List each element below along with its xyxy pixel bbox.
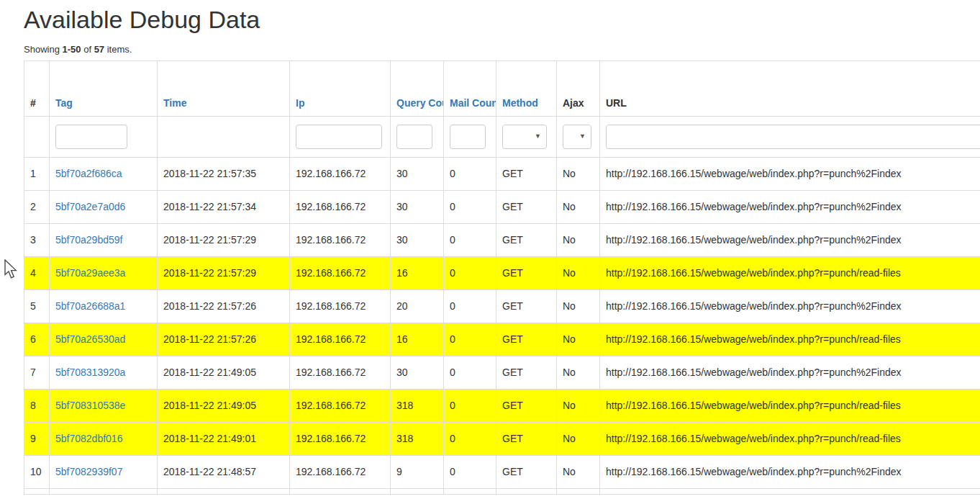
cell-ip: 192.168.166.72 [290,456,391,489]
cell-ip: 192.168.166.72 [290,356,391,390]
column-header-query-count: Query Count [391,61,444,117]
tag-link[interactable]: 5bf708313920a [55,367,125,378]
sort-link-time[interactable]: Time [163,96,186,110]
tag-link[interactable]: 5bf70a29bd59f [55,234,122,246]
summary-of: of [83,44,91,55]
cell-index: 1 [24,158,50,191]
debug-data-page: Available Debug Data Showing 1-50 of 57 … [0,0,980,499]
tag-link[interactable]: 5bf70a2f686ca [55,168,122,179]
cell-query-count: 16 [391,257,444,290]
table-row[interactable]: 4 5bf70a29aee3a 2018-11-22 21:57:29 192.… [24,257,980,290]
partial-next-row [24,489,980,495]
cell-query-count: 30 [391,356,444,390]
cell-mail-count: 0 [444,423,496,456]
column-header-ajax: Ajax [557,61,600,117]
cell-method: GET [496,456,557,489]
query-count-filter-input[interactable] [396,125,432,149]
tag-link[interactable]: 5bf70a26688a1 [55,300,125,312]
sort-link-tag[interactable]: Tag [55,96,73,110]
table-row[interactable]: 10 5bf7082939f07 2018-11-22 21:48:57 192… [24,456,980,489]
cell-ajax: No [557,390,600,423]
cell-mail-count: 0 [444,390,496,423]
mail-count-filter-input[interactable] [450,125,486,149]
cell-ip: 192.168.166.72 [290,158,391,191]
cell-tag: 5bf708313920a [50,356,158,390]
cell-ip: 192.168.166.72 [290,390,391,423]
sort-link-method[interactable]: Method [502,96,538,110]
page-title: Available Debug Data [24,6,980,34]
table-row[interactable]: 6 5bf70a26530ad 2018-11-22 21:57:26 192.… [24,323,980,356]
cell-time: 2018-11-22 21:57:29 [158,257,290,290]
filter-cell-time [158,117,290,158]
cell-url: http://192.168.166.15/webwage/web/index.… [600,390,980,423]
column-header-method: Method [496,61,557,117]
table-row[interactable]: 3 5bf70a29bd59f 2018-11-22 21:57:29 192.… [24,224,980,257]
cell-ip: 192.168.166.72 [290,323,391,356]
cell-mail-count: 0 [444,356,496,390]
ip-filter-input[interactable] [296,125,382,149]
tag-link[interactable]: 5bf70a26530ad [55,333,125,345]
cell-ip: 192.168.166.72 [290,224,391,257]
cell-method: GET [496,290,557,323]
tag-filter-input[interactable] [55,125,127,149]
cell-method: GET [496,423,557,456]
tag-link[interactable]: 5bf708310538e [55,400,125,411]
cell-tag: 5bf7082dbf016 [50,423,158,456]
mouse-cursor-icon [4,259,17,283]
header-row: # Tag Time Ip Query Count Mail Count Met… [24,61,980,117]
cell-index: 5 [24,290,50,323]
tag-link[interactable]: 5bf70a29aee3a [55,267,125,279]
cell-time: 2018-11-22 21:57:26 [158,323,290,356]
cell-time: 2018-11-22 21:57:35 [158,158,290,191]
column-header-ip: Ip [290,61,391,117]
table-row[interactable]: 1 5bf70a2f686ca 2018-11-22 21:57:35 192.… [24,158,980,191]
cell-method: GET [496,390,557,423]
cell-url: http://192.168.166.15/webwage/web/index.… [600,456,980,489]
filter-cell-query-count [391,117,444,158]
cell-tag: 5bf70a26530ad [50,323,158,356]
cell-url: http://192.168.166.15/webwage/web/index.… [600,290,980,323]
table-row[interactable]: 5 5bf70a26688a1 2018-11-22 21:57:26 192.… [24,290,980,323]
cell-tag: 5bf70a26688a1 [50,290,158,323]
cell-ajax: No [557,323,600,356]
cell-mail-count: 0 [444,456,496,489]
column-header-mail-count: Mail Count [444,61,496,117]
filter-cell-mail-count [444,117,496,158]
cell-ip: 192.168.166.72 [290,290,391,323]
cell-index: 10 [24,456,50,489]
cell-index: 2 [24,191,50,224]
cell-ajax: No [557,224,600,257]
cell-ajax: No [557,290,600,323]
cell-query-count: 9 [391,456,444,489]
cell-method: GET [496,257,557,290]
method-filter-select[interactable] [502,125,547,149]
cell-method: GET [496,191,557,224]
cell-query-count: 20 [391,290,444,323]
table-row[interactable]: 7 5bf708313920a 2018-11-22 21:49:05 192.… [24,356,980,390]
cell-method: GET [496,158,557,191]
filter-cell-ip [290,117,391,158]
cell-url: http://192.168.166.15/webwage/web/index.… [600,323,980,356]
cell-url: http://192.168.166.15/webwage/web/index.… [600,191,980,224]
cell-index: 9 [24,423,50,456]
tag-link[interactable]: 5bf7082dbf016 [55,433,122,444]
tag-link[interactable]: 5bf7082939f07 [55,466,122,477]
sort-link-query-count[interactable]: Query Count [396,96,444,110]
ajax-filter-select[interactable] [563,125,591,149]
summary-text: Showing 1-50 of 57 items. [24,44,980,55]
sort-link-mail-count[interactable]: Mail Count [450,96,496,110]
cell-mail-count: 0 [444,191,496,224]
sort-link-ip[interactable]: Ip [296,96,304,110]
cell-index: 8 [24,390,50,423]
table-row[interactable]: 2 5bf70a2e7a0d6 2018-11-22 21:57:34 192.… [24,191,980,224]
cell-tag: 5bf7082939f07 [50,456,158,489]
url-filter-input[interactable] [606,125,980,149]
tag-link[interactable]: 5bf70a2e7a0d6 [55,201,125,212]
cell-query-count: 318 [391,390,444,423]
table-row[interactable]: 8 5bf708310538e 2018-11-22 21:49:05 192.… [24,390,980,423]
summary-total: 57 [94,44,104,55]
cell-index: 6 [24,323,50,356]
table-row[interactable]: 9 5bf7082dbf016 2018-11-22 21:49:01 192.… [24,423,980,456]
cell-ip: 192.168.166.72 [290,423,391,456]
cell-tag: 5bf70a29aee3a [50,257,158,290]
